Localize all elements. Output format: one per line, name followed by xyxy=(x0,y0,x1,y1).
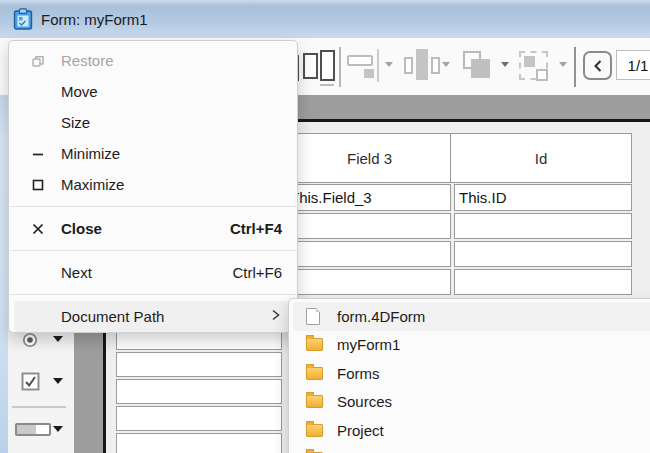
listbox-cell xyxy=(288,213,451,239)
toolbar-separator xyxy=(574,47,576,87)
menu-item-label: Minimize xyxy=(61,145,292,162)
menu-item-label: Maximize xyxy=(61,176,292,193)
menu-item-size[interactable]: Size xyxy=(14,107,292,138)
palette-separator xyxy=(12,406,66,408)
chevron-down-icon[interactable] xyxy=(53,378,63,384)
page-indicator-field[interactable]: 1/1 xyxy=(616,50,650,80)
menu-separator xyxy=(10,206,296,207)
restore-icon xyxy=(14,53,61,69)
menu-item-minimize[interactable]: Minimize xyxy=(14,138,292,169)
align-tool-icon xyxy=(364,69,374,78)
menu-item-maximize[interactable]: Maximize xyxy=(14,169,292,200)
submenu-item-forms[interactable]: Forms xyxy=(293,359,650,388)
listbox-cell xyxy=(288,241,451,267)
chevron-down-icon[interactable] xyxy=(53,426,63,432)
minimize-icon xyxy=(14,146,61,162)
listbox-cell xyxy=(454,269,632,295)
submenu-item-label: Project xyxy=(337,422,384,439)
listbox-cell xyxy=(288,269,451,295)
distribute-tool-icon[interactable] xyxy=(416,49,428,80)
menu-item-label: Move xyxy=(61,83,292,100)
menu-item-move[interactable]: Move xyxy=(14,76,292,107)
window-left-border xyxy=(0,38,8,453)
toolbar-separator xyxy=(339,47,341,87)
document-path-submenu: form.4DForm myForm1 Forms Sources Projec… xyxy=(288,298,650,453)
menu-item-restore[interactable]: Restore xyxy=(14,45,292,76)
window-arrange-icon[interactable] xyxy=(303,53,318,79)
folder-icon xyxy=(306,338,323,351)
window-title: Form: myForm1 xyxy=(41,11,148,28)
previous-page-button[interactable] xyxy=(583,51,612,80)
chevron-left-icon xyxy=(592,59,604,73)
column-header-label: Id xyxy=(535,150,548,167)
menu-item-label: Restore xyxy=(61,52,292,69)
menu-item-next[interactable]: Next Ctrl+F6 xyxy=(14,257,292,288)
menu-item-label: Close xyxy=(61,220,230,237)
menu-item-close[interactable]: Close Ctrl+F4 xyxy=(14,213,292,244)
list-row xyxy=(116,379,282,404)
list-row xyxy=(116,352,282,377)
chevron-down-icon[interactable] xyxy=(385,62,393,67)
radio-button-icon[interactable] xyxy=(22,332,38,348)
submenu-item-label: Sources xyxy=(337,393,392,410)
listbox-cell xyxy=(454,213,632,239)
submenu-item-myform1[interactable]: myForm1 xyxy=(293,331,650,360)
system-menu: Restore Move Size Minimize Maximize xyxy=(8,40,298,333)
folder-icon xyxy=(306,395,323,408)
maximize-icon xyxy=(14,177,61,193)
submenu-item-project[interactable]: Project xyxy=(293,416,650,445)
application-window: Form: myForm1 1/1 Field 3 Id xyxy=(0,0,650,453)
file-icon xyxy=(306,308,323,325)
list-row xyxy=(116,406,282,431)
submenu-item-testproject[interactable]: testProject xyxy=(293,445,650,453)
chevron-down-icon[interactable] xyxy=(501,62,509,67)
menu-separator xyxy=(10,250,296,251)
listbox-cell[interactable]: This.ID xyxy=(454,184,632,211)
menu-item-label: Size xyxy=(61,114,292,131)
titlebar: Form: myForm1 xyxy=(0,0,650,38)
close-icon xyxy=(14,221,61,237)
cell-value: This.ID xyxy=(459,189,507,206)
slider-icon[interactable] xyxy=(15,423,51,436)
listbox-header-field3[interactable]: Field 3 xyxy=(288,133,451,183)
submenu-item-label: form.4DForm xyxy=(337,308,425,325)
folder-icon xyxy=(306,367,323,380)
page-indicator: 1/1 xyxy=(628,57,649,74)
align-tool-icon[interactable] xyxy=(347,55,373,66)
column-header-label: Field 3 xyxy=(347,150,392,167)
menu-item-label: Next xyxy=(61,264,232,281)
submenu-item-label: Forms xyxy=(337,365,380,382)
list-row xyxy=(116,433,282,453)
toolbar-tick xyxy=(320,84,334,86)
distribute-tool-icon[interactable] xyxy=(431,57,440,74)
menu-separator xyxy=(10,294,296,295)
submenu-item-form-4dform[interactable]: form.4DForm xyxy=(293,302,650,331)
cell-value: This.Field_3 xyxy=(290,189,372,206)
listbox-cell xyxy=(454,241,632,267)
window-arrange-icon[interactable] xyxy=(320,50,335,81)
distribute-tool-icon[interactable] xyxy=(404,57,413,74)
checkbox-icon[interactable] xyxy=(21,372,40,391)
menu-item-label: Document Path xyxy=(61,308,269,325)
menu-item-document-path[interactable]: Document Path xyxy=(14,301,292,332)
level-tool-icon[interactable] xyxy=(471,59,490,78)
form-window-icon[interactable] xyxy=(13,8,33,30)
chevron-down-icon[interactable] xyxy=(442,62,450,67)
align-tool-icon xyxy=(377,49,379,82)
duplicate-tool-icon xyxy=(536,69,548,81)
submenu-item-label: myForm1 xyxy=(337,336,400,353)
listbox-cell[interactable]: This.Field_3 xyxy=(288,184,451,211)
menu-item-shortcut: Ctrl+F4 xyxy=(230,220,292,237)
folder-icon xyxy=(306,424,323,437)
duplicate-tool-icon xyxy=(524,56,535,67)
submenu-item-sources[interactable]: Sources xyxy=(293,388,650,417)
chevron-down-icon[interactable] xyxy=(53,336,63,342)
listbox-header-id[interactable]: Id xyxy=(450,133,632,183)
chevron-down-icon[interactable] xyxy=(559,62,567,67)
menu-item-shortcut: Ctrl+F6 xyxy=(232,264,292,281)
